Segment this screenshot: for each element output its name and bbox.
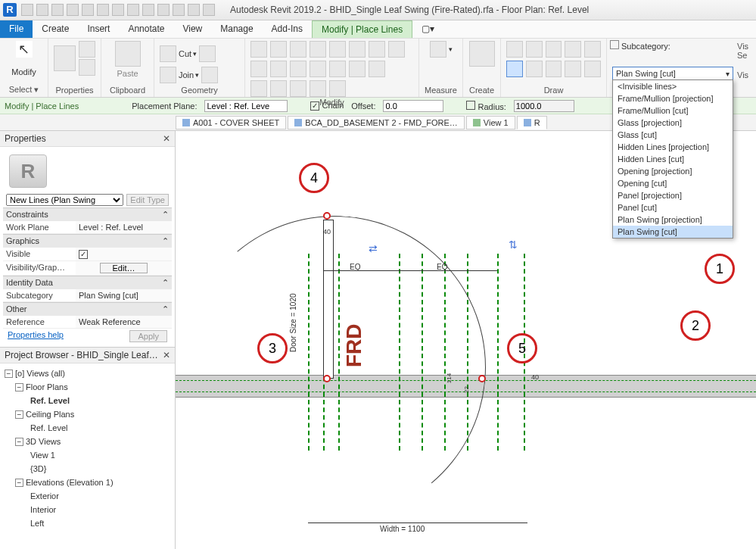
radius-input[interactable]	[514, 100, 574, 112]
subcategory-dropdown[interactable]: <Invisible lines>Frame/Mullion [projecti…	[612, 80, 733, 239]
subcategory-option[interactable]: Frame/Mullion [cut]	[613, 104, 733, 117]
close-icon[interactable]: ✕	[163, 350, 170, 360]
subcategory-option[interactable]: Plan Swing [cut]	[613, 226, 733, 238]
subcategory-option[interactable]: Panel [cut]	[613, 201, 733, 214]
properties-header: Properties✕	[0, 131, 175, 147]
apply-button[interactable]: Apply	[129, 330, 167, 342]
menu-addins[interactable]: Add-Ins	[263, 20, 312, 38]
subcategory-value[interactable]: Plan Swing [cut]	[76, 289, 172, 301]
workplane-value[interactable]: Level : Ref. Level	[76, 221, 172, 233]
qat-icon[interactable]	[67, 4, 79, 16]
cat-constraints[interactable]: Constraints⌃	[3, 207, 172, 221]
cat-graphics[interactable]: Graphics⌃	[3, 234, 172, 248]
doorsize-dim: Door Size = 1020	[289, 293, 297, 352]
subcategory-label: Subcategory:	[621, 42, 670, 51]
type-preview-icon: R	[9, 154, 47, 188]
create-icon[interactable]	[469, 41, 495, 67]
reference-value[interactable]: Weak Reference	[76, 316, 172, 328]
menu-manage[interactable]: Manage	[211, 20, 262, 38]
subcategory-option[interactable]: Glass [projection]	[613, 117, 733, 129]
rect-icon[interactable]	[526, 41, 543, 58]
cat-other[interactable]: Other⌃	[3, 302, 172, 316]
context-label: Modify | Place Lines	[5, 101, 79, 111]
icon[interactable]	[201, 67, 218, 83]
menu-annotate[interactable]: Annotate	[119, 20, 173, 38]
endpoint[interactable]	[323, 212, 331, 220]
project-browser-tree[interactable]: −[o] Views (all) −Floor Plans Ref. Level…	[0, 363, 175, 533]
menu-overflow[interactable]: ▢▾	[412, 20, 443, 38]
qat-icon[interactable]	[51, 4, 64, 16]
subcategory-option[interactable]: Opening [cut]	[613, 177, 733, 189]
menu-create[interactable]: Create	[33, 20, 78, 38]
arc-icon[interactable]	[546, 41, 562, 58]
qat-icon[interactable]	[173, 4, 185, 16]
subcategory-combo[interactable]: Plan Swing [cut]	[612, 67, 733, 80]
view-tab[interactable]: View 1	[466, 116, 515, 129]
view-tab-active[interactable]: R	[517, 116, 547, 129]
qat-icon[interactable]	[97, 4, 109, 16]
visible-checkbox[interactable]: ✓	[79, 250, 88, 259]
menu-context[interactable]: Modify | Place Lines	[312, 20, 412, 38]
menubar: File Create Insert Annotate View Manage …	[0, 20, 756, 39]
browser-header: Project Browser - BHID_Single Leaf…✕	[0, 348, 175, 363]
drag-arrows-icon[interactable]: ⇄	[369, 242, 378, 254]
qat-icon[interactable]	[82, 4, 94, 16]
circle-icon[interactable]	[565, 41, 581, 58]
subcategory-option[interactable]: <Invisible lines>	[613, 80, 733, 92]
qat-icon[interactable]	[188, 4, 200, 16]
qat-icon[interactable]	[36, 4, 48, 16]
subcategory-option[interactable]: Glass [cut]	[613, 129, 733, 141]
modify-button[interactable]: Modify	[5, 67, 43, 76]
qat-icon[interactable]	[127, 4, 139, 16]
callout-5: 5	[507, 333, 537, 363]
subcategory-option[interactable]: Frame/Mullion [projection]	[613, 92, 733, 104]
close-icon[interactable]: ✕	[163, 133, 170, 144]
type-selector[interactable]: New Lines (Plan Swing	[6, 194, 123, 206]
menu-file[interactable]: File	[0, 20, 33, 38]
subcategory-option[interactable]: Opening [projection]	[613, 165, 733, 177]
qat-icon[interactable]	[203, 4, 215, 16]
menu-insert[interactable]: Insert	[78, 20, 119, 38]
subcategory-option[interactable]: Panel [projection]	[613, 189, 733, 201]
qat-icon[interactable]	[112, 4, 124, 16]
app-logo: R	[3, 3, 17, 17]
cat-identity[interactable]: Identity Data⌃	[3, 276, 172, 289]
radius-checkbox[interactable]	[466, 101, 475, 110]
properties-help-link[interactable]: Properties help	[3, 329, 68, 341]
subcategory-option[interactable]: Hidden Lines [projection]	[613, 141, 733, 153]
subcategory-option[interactable]: Plan Swing [projection]	[613, 214, 733, 226]
tree-ref-level[interactable]: Ref. Level	[5, 394, 170, 407]
menu-view[interactable]: View	[173, 20, 211, 38]
select-icon[interactable]: ↖	[16, 41, 33, 58]
endpoint[interactable]	[323, 375, 331, 382]
qat-icon[interactable]	[142, 4, 154, 16]
icon[interactable]	[79, 59, 95, 76]
qat-icon[interactable]	[21, 4, 33, 16]
frd-label: FRD	[342, 323, 366, 367]
join-geom-icon[interactable]	[160, 67, 176, 83]
icon[interactable]	[79, 41, 95, 58]
callout-3: 3	[257, 333, 288, 363]
measure-icon[interactable]	[430, 41, 446, 58]
endpoint[interactable]	[478, 375, 486, 382]
properties-icon[interactable]	[54, 45, 76, 71]
qat-icon[interactable]	[157, 4, 170, 16]
group-properties: Properties	[53, 86, 96, 95]
icon[interactable]	[199, 45, 216, 62]
line-icon[interactable]	[506, 41, 523, 58]
paste-icon[interactable]	[115, 41, 141, 67]
group-select[interactable]: Select ▾	[5, 85, 43, 95]
group-clipboard: Clipboard	[106, 86, 149, 95]
view-icon	[473, 119, 481, 126]
vg-edit-button[interactable]: Edit…	[100, 263, 148, 273]
view-tab[interactable]: BCA_DD_BASEMENT 2 - FMD_FORE…	[288, 116, 465, 129]
view-tab[interactable]: A001 - COVER SHEET	[176, 116, 286, 129]
line-tool-active-icon[interactable]	[506, 61, 523, 77]
subcategory-option[interactable]: Hidden Lines [cut]	[613, 153, 733, 165]
callout-1: 1	[705, 254, 735, 284]
drag-arrows-icon[interactable]: ⇅	[509, 239, 518, 251]
edit-type-button[interactable]: Edit Type	[126, 194, 169, 206]
sheet-icon	[294, 119, 302, 126]
group-measure: Measure	[424, 86, 458, 95]
cut-geom-icon[interactable]	[160, 45, 176, 62]
